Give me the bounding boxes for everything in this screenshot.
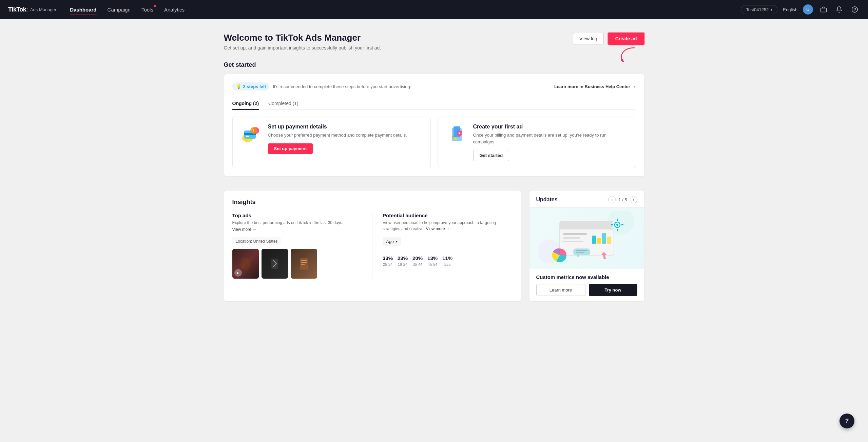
svg-rect-30 <box>592 236 596 244</box>
svg-rect-47 <box>576 252 584 253</box>
navbar: TikTok: Ads Manager Dashboard Campaign T… <box>0 0 868 19</box>
age-chevron-icon: ▾ <box>396 240 398 243</box>
page-header: Welcome to TikTok Ads Manager Get set up… <box>224 33 644 51</box>
help-arrow: → <box>632 84 636 89</box>
set-up-payment-button[interactable]: Set up payment <box>268 143 313 154</box>
page-wrapper: TikTok: Ads Manager Dashboard Campaign T… <box>0 19 868 442</box>
svg-rect-38 <box>617 229 618 231</box>
svg-rect-26 <box>560 225 614 229</box>
svg-rect-17 <box>300 258 308 269</box>
svg-rect-37 <box>617 219 618 221</box>
nav-item-tools-label: Tools <box>141 7 153 13</box>
learn-more-button[interactable]: Learn more <box>536 284 585 296</box>
svg-marker-45 <box>577 255 579 258</box>
task-card-first-ad: Create your first ad Once your billing a… <box>438 117 636 168</box>
nav-item-campaign[interactable]: Campaign <box>108 5 131 14</box>
svg-rect-46 <box>576 250 587 251</box>
location-label: Location: United States <box>232 237 362 249</box>
potential-audience-view-more[interactable]: View more → <box>426 226 450 232</box>
first-ad-task-title: Create your first ad <box>473 124 628 130</box>
insights-title: Insights <box>232 199 513 206</box>
age-bar-18-24: 23% 18-24 <box>398 255 408 266</box>
navbar-right: Test041252 ▾ English U <box>741 4 860 15</box>
age-selector[interactable]: Age ▾ <box>383 237 401 246</box>
age-bar-35-44: 20% 35-44 <box>412 255 423 266</box>
age-range-18-24: 18-24 <box>398 262 407 266</box>
help-link: Learn more in Business Help Center → <box>554 84 636 89</box>
tab-completed[interactable]: Completed (1) <box>268 97 298 109</box>
tab-ongoing[interactable]: Ongoing (2) <box>232 97 259 109</box>
top-ads-desc: Explore the best performing ads on TikTo… <box>232 220 362 226</box>
age-range-25-34: 25-34 <box>383 262 392 266</box>
header-actions: View log Create ad <box>573 33 644 45</box>
account-selector[interactable]: Test041252 ▾ <box>741 5 777 14</box>
create-ad-button[interactable]: Create ad <box>608 33 644 45</box>
main-content: Welcome to TikTok Ads Manager Get set up… <box>197 19 672 315</box>
get-started-card: 💡 2 steps left It's recommended to compl… <box>224 74 644 177</box>
page-header-left: Welcome to TikTok Ads Manager Get set up… <box>224 33 381 51</box>
age-bar-55-plus: 11% ≥55 <box>442 255 452 266</box>
help-bubble[interactable]: ? <box>840 414 854 428</box>
briefcase-icon[interactable] <box>818 4 829 15</box>
age-label: Age <box>386 239 394 244</box>
business-help-center-link[interactable]: Business Help Center <box>585 84 630 89</box>
bell-icon[interactable] <box>834 4 844 15</box>
steps-badge-icon: 💡 <box>236 84 242 89</box>
updates-section: Updates ‹ 1 / 5 › <box>529 190 644 302</box>
svg-point-2 <box>855 11 855 11</box>
tools-notification-badge <box>154 5 156 7</box>
logo: TikTok: Ads Manager <box>8 6 56 13</box>
age-pct-45-54: 13% <box>427 255 438 261</box>
steps-badge-label: 2 steps left <box>243 84 266 89</box>
svg-rect-32 <box>602 233 606 244</box>
age-selector-wrapper: Age ▾ <box>383 237 513 250</box>
svg-rect-44 <box>573 248 590 255</box>
get-started-button[interactable]: Get started <box>473 150 509 161</box>
task-card-payment: Set up payment details Choose your prefe… <box>232 117 431 168</box>
age-pct-18-24: 23% <box>398 255 408 261</box>
play-icon-1: ▶ <box>234 269 242 277</box>
ad-thumb-3[interactable] <box>291 249 317 279</box>
first-ad-task-info: Create your first ad Once your billing a… <box>473 124 628 161</box>
payment-task-info: Set up payment details Choose your prefe… <box>268 124 422 154</box>
updates-header: Updates ‹ 1 / 5 › <box>529 190 644 208</box>
nav-item-analytics[interactable]: Analytics <box>164 5 185 14</box>
language-selector[interactable]: English <box>783 7 797 12</box>
svg-rect-7 <box>246 136 249 137</box>
svg-rect-33 <box>607 237 611 244</box>
logo-subtitle: Ads Manager <box>30 7 56 12</box>
bottom-section: Insights Top ads Explore the best perfor… <box>224 190 644 302</box>
svg-point-15 <box>240 258 251 270</box>
top-ads-title: Top ads <box>232 213 362 218</box>
svg-rect-27 <box>563 233 587 235</box>
help-icon[interactable] <box>850 4 860 15</box>
get-started-section: Get started 💡 2 steps left It's recommen… <box>224 61 644 177</box>
help-bubble-icon: ? <box>845 418 849 425</box>
top-ads-view-more[interactable]: View more → <box>232 227 362 232</box>
page-subtitle: Get set up, and gain important insights … <box>224 45 381 51</box>
ad-thumb-1[interactable]: ▶ <box>232 249 259 279</box>
svg-point-13 <box>454 137 457 140</box>
logo-tiktok: TikTok <box>8 6 26 13</box>
nav-items: Dashboard Campaign Tools Analytics <box>70 5 185 14</box>
age-bar-25-34: 33% 25-34 <box>383 255 393 266</box>
view-log-button[interactable]: View log <box>573 33 604 44</box>
payment-task-title: Set up payment details <box>268 124 422 130</box>
svg-rect-29 <box>563 241 583 242</box>
updates-next-button[interactable]: › <box>630 196 637 203</box>
get-started-title: Get started <box>224 61 644 68</box>
chevron-down-icon: ▾ <box>771 8 772 12</box>
try-now-button[interactable]: Try now <box>589 284 637 296</box>
updates-total-pages: 5 <box>624 197 627 202</box>
age-pct-55-plus: 11% <box>442 255 452 261</box>
svg-point-14 <box>452 136 454 138</box>
steps-header: 💡 2 steps left It's recommended to compl… <box>232 82 636 91</box>
nav-item-tools[interactable]: Tools <box>141 5 153 14</box>
updates-prev-button[interactable]: ‹ <box>608 196 616 203</box>
updates-current-page: 1 <box>618 197 621 202</box>
nav-item-dashboard[interactable]: Dashboard <box>70 5 96 14</box>
ad-thumb-2[interactable] <box>262 249 288 279</box>
avatar[interactable]: U <box>803 4 813 15</box>
updates-page-info: 1 / 5 <box>618 197 627 202</box>
tabs: Ongoing (2) Completed (1) <box>232 97 636 110</box>
